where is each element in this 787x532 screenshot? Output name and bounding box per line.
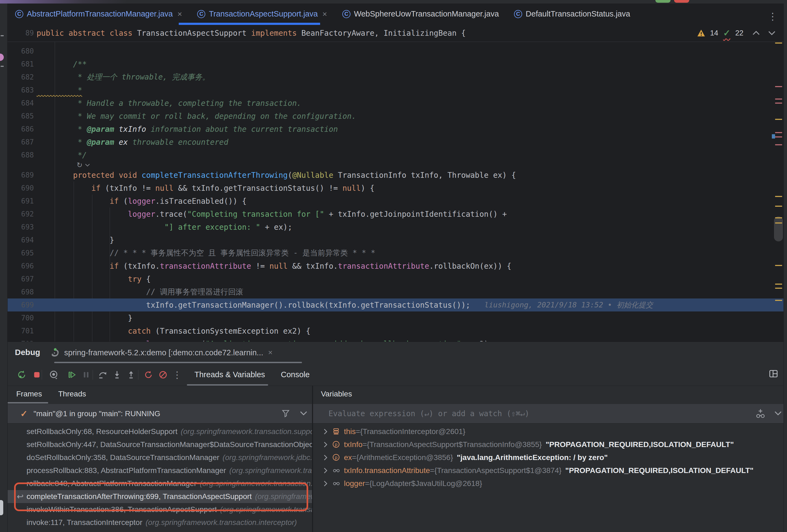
stripe-dash-icon[interactable]	[1, 66, 4, 67]
editor-tab[interactable]: CDefaultTransactionStatus.java	[506, 3, 638, 24]
variable-row[interactable]: this = {TransactionInterceptor@2601}	[313, 425, 784, 438]
editor-tab[interactable]: CWebSphereUowTransactionManager.java	[335, 3, 506, 24]
current-debug-line[interactable]: 699 txInfo.getTransactionManager().rollb…	[7, 298, 784, 311]
kebab-icon[interactable]: ⋮	[768, 12, 778, 21]
code-line[interactable]: 681 /**	[7, 58, 784, 71]
chevron-down-icon[interactable]	[774, 411, 782, 416]
code-line[interactable]: 687 * @param ex throwable encountered	[7, 136, 784, 149]
line-number[interactable]: 694	[7, 236, 34, 244]
line-number[interactable]: 689	[7, 171, 34, 179]
thread-selector[interactable]: ✓ "main"@1 in group "main": RUNNING	[7, 404, 312, 423]
line-number[interactable]: 692	[7, 210, 34, 218]
line-number[interactable]: 686	[7, 125, 34, 133]
code-line[interactable]: 680	[7, 45, 784, 58]
close-icon[interactable]: ×	[177, 9, 182, 19]
step-into-button[interactable]	[111, 369, 123, 381]
stack-frame[interactable]: setRollbackOnly:68, ResourceHolderSuppor…	[7, 425, 312, 438]
tab-frames[interactable]: Frames	[16, 390, 42, 398]
line-number[interactable]: 680	[7, 47, 34, 55]
chevron-right-icon[interactable]	[323, 480, 328, 487]
code-editor[interactable]: 680681 /**682 * 处理一个 throwable, 完成事务。683…	[7, 42, 784, 341]
code-line[interactable]: 691 if (logger.isTraceEnabled()) {	[7, 195, 784, 207]
code-line[interactable]: 688 */	[7, 149, 784, 161]
resume-button[interactable]	[66, 369, 78, 381]
class-declaration[interactable]: public abstract class TransactionAspectS…	[37, 29, 466, 38]
line-number[interactable]: 681	[7, 60, 34, 68]
code-line[interactable]: 697 try {	[7, 272, 784, 286]
variable-row[interactable]: ptxInfo = {TransactionAspectSupport$Tran…	[313, 438, 784, 451]
stack-frame[interactable]: setRollbackOnly:447, DataSourceTransacti…	[7, 438, 312, 451]
mute-breakpoints-button[interactable]	[157, 369, 169, 381]
tool-stripe-handle[interactable]	[0, 500, 3, 515]
variable-row[interactable]: txInfo.transactionAttribute = {Transacti…	[313, 464, 784, 477]
filter-icon[interactable]	[281, 409, 290, 418]
chevron-down-icon[interactable]	[85, 163, 90, 167]
line-number[interactable]: 699	[7, 301, 34, 309]
line-number[interactable]: 698	[7, 288, 34, 296]
tab-threads-variables[interactable]: Threads & Variables	[194, 363, 265, 385]
more-actions-button[interactable]: ⋮	[171, 369, 183, 381]
variable-row[interactable]: logger = {LogAdapter$JavaUtilLog@2618}	[313, 477, 784, 490]
code-line[interactable]: 685 * We may commit or roll back, depend…	[7, 110, 784, 123]
editor-tab[interactable]: CTransactionAspectSupport.java×	[190, 3, 335, 24]
chevron-down-icon[interactable]	[299, 411, 307, 416]
step-out-button[interactable]	[125, 369, 137, 381]
tab-threads[interactable]: Threads	[58, 390, 86, 398]
line-number[interactable]: 701	[7, 327, 34, 335]
stack-frame[interactable]: proceed:194, ReflectiveMethodInvocation(…	[7, 529, 312, 532]
add-watch-icon[interactable]	[755, 408, 766, 419]
line-number[interactable]: 682	[7, 73, 34, 81]
record-pill-green[interactable]	[655, 0, 671, 3]
code-line[interactable]: 686 * @param txInfo information about th…	[7, 123, 784, 136]
chevron-up-icon[interactable]	[752, 30, 760, 36]
recycle-inlay-icon[interactable]: ↻	[77, 161, 83, 170]
chevron-right-icon[interactable]	[323, 428, 328, 435]
line-number[interactable]: 696	[7, 262, 34, 270]
debug-session-tab[interactable]: spring-framework-5.2.x:demo [:demo:cn.co…	[50, 345, 273, 360]
stack-frame[interactable]: ↩completeTransactionAfterThrowing:699, T…	[7, 490, 312, 503]
line-number[interactable]: 687	[7, 138, 34, 146]
chevron-right-icon[interactable]	[323, 441, 328, 448]
chevron-right-icon[interactable]	[323, 467, 328, 474]
editor-tab[interactable]: CAbstractPlatformTransactionManager.java…	[7, 3, 190, 24]
stack-frame[interactable]: invoke:117, TransactionInterceptor(org.s…	[7, 516, 312, 529]
stack-frame[interactable]: rollback:848, AbstractPlatformTransactio…	[7, 477, 312, 490]
line-number[interactable]: 690	[7, 184, 34, 192]
code-line[interactable]: 702 logger.error("Application exception …	[7, 337, 784, 341]
close-icon[interactable]: ×	[322, 9, 327, 19]
line-number[interactable]: 695	[7, 249, 34, 257]
line-number[interactable]: 688	[7, 151, 34, 159]
line-number[interactable]: 684	[7, 99, 34, 107]
code-line[interactable]: 692 logger.trace("Completing transaction…	[7, 207, 784, 221]
code-line[interactable]: 700 }	[7, 311, 784, 325]
stop-button[interactable]	[31, 369, 43, 381]
step-over-button[interactable]	[97, 369, 109, 381]
code-line[interactable]: 689 protected void completeTransactionAf…	[7, 169, 784, 182]
line-number[interactable]: 697	[7, 275, 34, 283]
stack-frame[interactable]: doSetRollbackOnly:358, DataSourceTransac…	[7, 451, 312, 464]
chevron-right-icon[interactable]	[323, 455, 328, 461]
stack-frame[interactable]: invokeWithinTransaction:386, Transaction…	[7, 503, 312, 516]
code-line[interactable]: 690 if (txInfo != null && txInfo.getTran…	[7, 182, 784, 195]
line-number[interactable]: 683	[7, 86, 34, 94]
code-line[interactable]: 695 // * * * 事务属性不为空 且 事务属性回滚异常类 - 是当前异常…	[7, 246, 784, 260]
pause-button[interactable]	[80, 369, 92, 381]
evaluate-expression-input[interactable]: Evaluate expression (↵) or add a watch (…	[313, 404, 784, 423]
code-line[interactable]: 683 *	[7, 84, 784, 96]
code-line[interactable]: 698 // 调用事务管理器进行回滚	[7, 286, 784, 298]
rerun-debug-button[interactable]	[16, 369, 28, 381]
drop-frame-button[interactable]	[143, 369, 154, 381]
close-icon[interactable]: ×	[268, 348, 273, 357]
line-number[interactable]: 693	[7, 223, 34, 231]
code-line[interactable]: 696 if (txInfo.transactionAttribute != n…	[7, 260, 784, 272]
record-pill-red[interactable]	[674, 0, 689, 3]
code-line[interactable]: 694 }	[7, 234, 784, 246]
view-breakpoints-button[interactable]	[48, 369, 60, 381]
stripe-dash-icon[interactable]	[1, 35, 4, 36]
line-number[interactable]: 685	[7, 112, 34, 120]
variable-row[interactable]: pex = {ArithmeticException@3856}"java.la…	[313, 451, 784, 464]
code-line[interactable]: 693 "] after exception: " + ex);	[7, 221, 784, 234]
code-line[interactable]: 684 * Handle a throwable, completing the…	[7, 96, 784, 110]
inspection-widget[interactable]: 14 ✓ 22	[697, 24, 776, 42]
layout-settings-icon[interactable]	[767, 368, 780, 380]
